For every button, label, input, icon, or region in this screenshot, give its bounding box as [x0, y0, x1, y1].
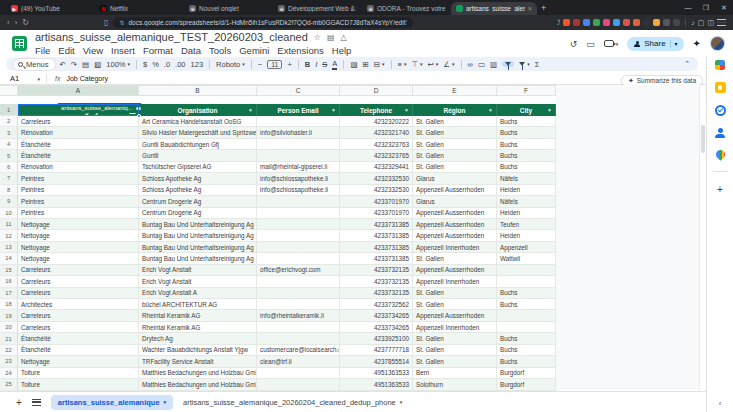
font-size-increase[interactable]: +	[287, 60, 291, 69]
cell[interactable]	[497, 310, 556, 321]
site-settings-icon[interactable]: ⇅	[119, 19, 124, 26]
avatar[interactable]	[710, 36, 725, 51]
cell[interactable]: Art Ceramica Handelsanstalt OoSG	[139, 116, 257, 127]
cell[interactable]: mail@rheintal-gipserei.li	[257, 162, 340, 173]
filter-dropdown-icon[interactable]: ▼	[404, 107, 409, 113]
cell[interactable]: Appenzell Ausserrhoden	[413, 208, 497, 219]
browser-tool-icon[interactable]: ▢	[698, 19, 705, 27]
ext-orange[interactable]	[633, 19, 640, 26]
document-title[interactable]: artisans_suisse_alemanique_TEST_20260203…	[35, 31, 308, 43]
table-header-cell[interactable]: Organisation▼	[139, 104, 257, 116]
cell[interactable]: 4233731385	[340, 242, 413, 253]
sheet-tab-menu-icon[interactable]: ▾	[164, 399, 167, 405]
row-header-16[interactable]: 16	[0, 276, 18, 287]
table-header-cell[interactable]: Telephone▼	[340, 104, 413, 116]
cell[interactable]: Nettoyage	[18, 230, 139, 241]
cell[interactable]: Buchs	[497, 288, 556, 299]
cell[interactable]	[257, 116, 340, 127]
text-wrap-icon[interactable]: ↩▾	[428, 60, 439, 69]
cell[interactable]: 4233701970	[340, 208, 413, 219]
cell[interactable]: 4237855514	[340, 356, 413, 367]
cell[interactable]: Toiture	[18, 368, 139, 379]
cell[interactable]	[497, 322, 556, 333]
google-apps-icon[interactable]	[715, 60, 725, 70]
row-header-14[interactable]: 14	[0, 253, 18, 264]
text-color-button[interactable]: A	[332, 59, 337, 70]
cell[interactable]: St. Gallen	[413, 356, 497, 367]
cell[interactable]: Toiture	[18, 379, 139, 390]
cell[interactable]: Carreleurs	[18, 322, 139, 333]
cell[interactable]	[497, 265, 556, 276]
cell[interactable]: Burgdorf	[497, 368, 556, 379]
row-header-21[interactable]: 21	[0, 333, 18, 344]
cell[interactable]: Rénovation	[18, 127, 139, 138]
cell[interactable]: Appenzell Ausserrhoden	[413, 230, 497, 241]
cell[interactable]: Erich Vogt Anstalt A	[139, 288, 257, 299]
cell[interactable]: Erich Vogt Anstalt	[139, 265, 257, 276]
ext-slate[interactable]	[673, 19, 680, 26]
scrollbar-thumb[interactable]	[701, 125, 705, 153]
cell[interactable]: Guntli	[139, 150, 257, 161]
cell[interactable]: Drytech Ag	[139, 333, 257, 344]
formula-input[interactable]: Job Category	[66, 75, 108, 82]
cell[interactable]: Silvio Hasler Malergeschäft und Spritzwe…	[139, 127, 257, 138]
cell[interactable]: office@erichvogt.com	[257, 265, 340, 276]
row-header-18[interactable]: 18	[0, 299, 18, 310]
star-icon[interactable]: ☆	[314, 33, 321, 42]
cell[interactable]: Peintres	[18, 185, 139, 196]
cell[interactable]: clean@trf.li	[257, 356, 340, 367]
add-sheet-button[interactable]: +	[16, 397, 22, 408]
cell[interactable]: Matthies Bedachungen und Holzbau GmbH	[139, 368, 257, 379]
filter-dropdown-icon[interactable]: ▼	[488, 107, 493, 113]
table-header-cell[interactable]: Person Email▼	[257, 104, 340, 116]
cell[interactable]: Buchs	[497, 127, 556, 138]
strikethrough-button[interactable]: S	[322, 60, 327, 69]
gemini-sparkle-icon[interactable]: ✦	[693, 38, 701, 49]
move-folder-icon[interactable]: ▤	[327, 33, 335, 42]
cell[interactable]: Rénovation	[18, 162, 139, 173]
sheet-tab-inactive[interactable]: artisans_suisse_alemanique_20260204_clea…	[183, 398, 402, 407]
column-header-F[interactable]: F	[497, 85, 556, 96]
cell[interactable]: Peintres	[18, 196, 139, 207]
table-menu-icon[interactable]	[133, 104, 143, 113]
cell[interactable]: Centrum Drogerie Ag	[139, 196, 257, 207]
cell[interactable]: 4232321740	[340, 127, 413, 138]
ext-pink[interactable]	[603, 19, 610, 26]
horizontal-align-icon[interactable]: ≡▾	[398, 60, 407, 69]
row-header-23[interactable]: 23	[0, 356, 18, 367]
cell[interactable]: 4232332530	[340, 185, 413, 196]
print-icon[interactable]: ▤	[82, 60, 89, 69]
cell[interactable]	[257, 276, 340, 287]
filter-dropdown-icon[interactable]: ▼	[331, 107, 336, 113]
cell[interactable]: TRFacility Service Anstalt	[139, 356, 257, 367]
browser-tab[interactable]: N Netflix	[95, 2, 184, 15]
browser-tab[interactable]: ⊕ Développement Web & Mobile, Ap	[273, 2, 362, 15]
maps-icon[interactable]	[714, 148, 727, 161]
ext-lightblue[interactable]	[613, 19, 620, 26]
cell[interactable]: Nettoyage	[18, 253, 139, 264]
row-header-7[interactable]: 7	[0, 173, 18, 184]
add-addon-icon[interactable]: +	[717, 184, 723, 195]
cell[interactable]: Carreleurs	[18, 116, 139, 127]
ext-amber[interactable]	[653, 19, 660, 26]
sheet-tab-menu-icon[interactable]: ▾	[400, 399, 403, 405]
row-header-2[interactable]: 2	[0, 116, 18, 127]
cell[interactable]: info@schlossapotheke.li	[257, 185, 340, 196]
row-header-4[interactable]: 4	[0, 139, 18, 150]
ext-gray-circle[interactable]	[663, 19, 670, 26]
cell[interactable]: Appenzell Ausserrhoden	[413, 310, 497, 321]
cell[interactable]: Appenzell Ausserrhoden	[413, 219, 497, 230]
cell[interactable]	[257, 196, 340, 207]
shield-icon[interactable]	[563, 19, 570, 26]
row-header-11[interactable]: 11	[0, 219, 18, 230]
column-header-A[interactable]: A	[18, 85, 139, 96]
filter-dropdown-icon[interactable]: ▼	[547, 107, 552, 113]
cell[interactable]: Bern	[413, 368, 497, 379]
url-bar[interactable]: ⇅ docs.google.com/spreadsheets/d/1-HdMn5…	[113, 17, 413, 28]
cell[interactable]: Rheintal Keramik AG	[139, 322, 257, 333]
format-currency-button[interactable]: $	[143, 60, 147, 69]
browser-menu-icon[interactable]	[717, 19, 726, 26]
select-all-corner[interactable]	[0, 85, 18, 96]
row-header-25[interactable]: 25	[0, 379, 18, 390]
row-header-19[interactable]: 19	[0, 310, 18, 321]
